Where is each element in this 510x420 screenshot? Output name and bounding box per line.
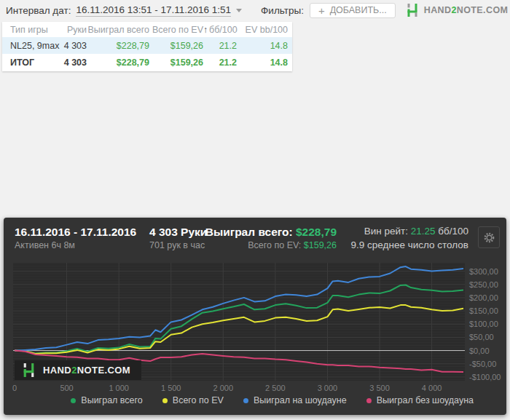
panel-ev-total: Всего по EV: $159,26 xyxy=(205,239,337,252)
cell-won-total: $228,79 xyxy=(87,41,149,51)
cell-ev-bb100: 14.8 xyxy=(237,41,288,51)
cell-hands: 4 303 xyxy=(59,41,87,51)
col-ev-bb100[interactable]: EV bb/100 xyxy=(237,25,288,35)
settings-button[interactable] xyxy=(478,226,500,248)
add-filter-button[interactable]: + ДОБАВИТЬ... xyxy=(310,3,396,18)
y-axis-label: $300,00 xyxy=(469,267,498,276)
y-axis-label: $0,00 xyxy=(469,346,490,355)
legend-label: Выиграл всего xyxy=(81,395,142,405)
y-axis-label: -$50,00 xyxy=(469,360,496,368)
filters-label: Фильтры: xyxy=(261,5,304,16)
col-ev-total[interactable]: Всего по EV xyxy=(149,25,203,35)
panel-winrate-group: Вин рейт: 21.25 бб/100 9.9 среднее число… xyxy=(351,224,468,252)
panel-avg-tables: 9.9 среднее число столов xyxy=(351,238,468,252)
cell-bb100: 21.2 xyxy=(203,58,237,68)
panel-won-total: Выиграл всего: $228,79 xyxy=(205,224,337,239)
date-range-selector[interactable]: 16.11.2016 13:51 - 17.11.2016 1:51 xyxy=(76,4,231,17)
chevron-down-icon[interactable] xyxy=(236,9,242,12)
plus-icon: + xyxy=(318,5,325,16)
col-won-total[interactable]: Выиграл всего xyxy=(87,25,149,35)
cell-hands: 4 303 xyxy=(59,58,87,68)
legend-item[interactable]: Выиграл без шоудауна xyxy=(366,395,474,405)
add-filter-label: ДОБАВИТЬ... xyxy=(330,5,387,15)
legend-label: Выиграл без шоудауна xyxy=(377,395,474,405)
chart-watermark: HAND2NOTE.COM xyxy=(15,360,141,380)
table-header-row: Тип игры Руки Выиграл всего Всего по EV … xyxy=(2,22,292,37)
x-axis-label: 0 xyxy=(0,384,35,392)
legend-label: Выиграл на шоудауне xyxy=(254,395,347,405)
legend-dot-icon xyxy=(366,398,372,403)
x-axis-label: 2 500 xyxy=(255,384,296,392)
panel-hands-count: 4 303 Руки xyxy=(149,224,207,239)
x-axis-label: 1 000 xyxy=(98,384,139,392)
x-axis-label: 500 xyxy=(47,384,87,392)
panel-title: 16.11.2016 - 17.11.2016 xyxy=(15,224,136,239)
gear-icon xyxy=(483,231,495,244)
y-axis-label: $150,00 xyxy=(469,306,498,315)
watermark-text: HAND2NOTE.COM xyxy=(43,365,130,376)
cell-game-type: NL25, 9max xyxy=(2,41,59,51)
table-total-row[interactable]: ИТОГ 4 303 $228,79 $159,26 21.2 14.8 xyxy=(2,54,292,71)
y-axis-label: -$100,00 xyxy=(469,373,501,381)
col-game-type[interactable]: Тип игры xyxy=(2,25,59,35)
results-panel: 16.11.2016 - 17.11.2016 Активен 6ч 8м 4 … xyxy=(4,218,506,415)
x-axis-label: 3 000 xyxy=(307,384,348,392)
col-bb100[interactable]: ↑бб/100 xyxy=(203,25,237,35)
chart-legend: Выиграл всегоВсего по EVВыиграл на шоуда… xyxy=(71,395,474,405)
panel-active-time: Активен 6ч 8м xyxy=(15,239,136,252)
x-axis-label: 2 000 xyxy=(203,384,243,392)
cell-ev-total: $159,26 xyxy=(149,41,203,51)
cell-won-total: $228,79 xyxy=(87,58,149,68)
y-axis-label: $250,00 xyxy=(469,280,498,289)
brand-text: HAND2NOTE.COM xyxy=(424,5,509,15)
hand2note-logo: HAND2NOTE.COM xyxy=(405,3,509,17)
legend-dot-icon xyxy=(162,398,168,403)
hand2note-h-icon xyxy=(21,362,36,378)
hand2note-h-icon xyxy=(405,3,420,17)
legend-item[interactable]: Всего по EV xyxy=(162,395,224,405)
y-axis-label: $200,00 xyxy=(469,293,498,302)
x-axis-label: 4 000 xyxy=(412,384,452,392)
date-interval-label: Интервал дат: xyxy=(6,5,71,16)
table-row[interactable]: NL25, 9max 4 303 $228,79 $159,26 21.2 14… xyxy=(2,37,292,54)
cell-game-type: ИТОГ xyxy=(2,58,59,68)
legend-dot-icon xyxy=(243,398,248,403)
col-hands[interactable]: Руки xyxy=(59,25,87,35)
stats-table: Тип игры Руки Выиграл всего Всего по EV … xyxy=(2,22,292,71)
legend-dot-icon xyxy=(71,398,76,403)
legend-item[interactable]: Выиграл всего xyxy=(71,395,142,405)
x-axis-label: 1 500 xyxy=(151,384,192,392)
cell-ev-total: $159,26 xyxy=(149,58,203,68)
panel-hands-group: 4 303 Руки 701 рук в час xyxy=(149,224,207,252)
sort-asc-icon: ↑ xyxy=(203,25,208,35)
panel-date-group: 16.11.2016 - 17.11.2016 Активен 6ч 8м xyxy=(15,224,136,252)
panel-hands-per-hour: 701 рук в час xyxy=(149,239,207,252)
top-bar: Интервал дат: 16.11.2016 13:51 - 17.11.2… xyxy=(0,0,510,20)
panel-winrate: Вин рейт: 21.25 бб/100 xyxy=(351,224,468,238)
panel-winnings-group: Выиграл всего: $228,79 Всего по EV: $159… xyxy=(205,224,337,252)
legend-label: Всего по EV xyxy=(173,395,224,405)
cell-bb100: 21.2 xyxy=(203,41,237,51)
y-axis-label: $50,00 xyxy=(469,333,494,341)
cell-ev-bb100: 14.8 xyxy=(237,58,288,68)
x-axis-label: 3 500 xyxy=(359,384,400,392)
legend-item[interactable]: Выиграл на шоудауне xyxy=(243,395,347,405)
y-axis-label: $100,00 xyxy=(469,320,498,328)
